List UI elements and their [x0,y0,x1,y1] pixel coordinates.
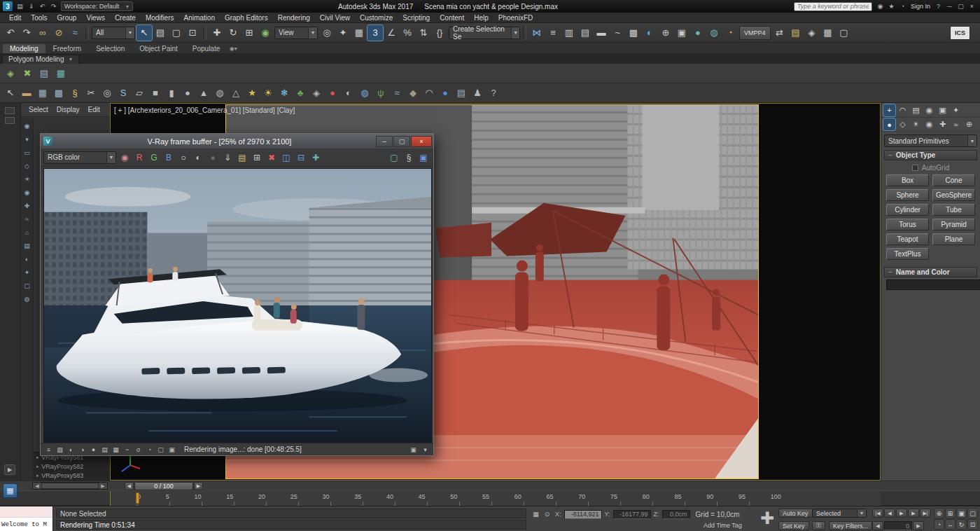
x-coordinate-field[interactable]: -8114,921 [564,510,602,519]
panel-icon[interactable]: ▤ [454,85,469,101]
object-type-button[interactable]: Pyramid [932,219,975,230]
viewport-layout-icon[interactable]: ▦ [820,25,836,41]
render-iray-icon[interactable]: ◍ [706,25,722,41]
grass-icon[interactable]: ψ [373,85,388,101]
ring-object-icon[interactable]: ◎ [99,85,115,101]
display-containers-icon[interactable]: ▢ [22,281,32,291]
explorer-find-icon[interactable]: ◉ [22,121,32,131]
object-name-field[interactable] [886,280,980,290]
mirror-icon[interactable]: ⋈ [529,25,545,41]
toolbar-help-icon[interactable]: ? [486,85,501,101]
named-selection-set-dropdown[interactable]: Create Selection Se ▼ [449,27,520,39]
next-frame-arrow[interactable]: ▶ [194,482,203,490]
star-shape-icon[interactable]: ★ [244,85,260,101]
zoom-all-icon[interactable]: ⊞ [945,508,955,518]
pan-icon[interactable]: ↔ [945,519,955,530]
current-frame-field[interactable]: 0 [884,521,912,530]
select-tool-icon[interactable]: ↖ [3,85,18,101]
3dsmax-logo-icon[interactable]: 3 [3,1,13,11]
render-production-icon[interactable]: ● [690,25,706,41]
window-object-icon[interactable]: ▦ [35,85,50,101]
display-materials-icon[interactable]: ◐ [22,254,32,264]
vfb-minimize-icon[interactable]: ─ [376,136,393,147]
isolate-selection-icon[interactable]: ▦ [531,509,541,519]
select-and-move-icon[interactable]: ✚ [209,25,225,41]
object-type-button[interactable]: GeoSphere [932,189,975,201]
vmpp4-button[interactable]: VMPP4 [739,26,771,40]
object-type-button[interactable]: Box [886,174,929,186]
go-to-start-button[interactable]: |◀ [872,509,883,518]
alpha-channel-icon[interactable]: ◐ [191,151,205,165]
next-frame-button[interactable]: ▶ [913,521,924,530]
sphere-primitive-icon[interactable]: ● [180,85,195,101]
tree-icon[interactable]: ♣ [293,85,308,101]
object-type-button[interactable]: Cylinder [886,204,929,216]
menu-item[interactable]: Animation [178,13,219,22]
object-type-button[interactable]: Plane [932,233,975,245]
menu-item[interactable]: Create [110,13,141,22]
previous-frame-button[interactable]: ◀ [872,521,883,530]
load-image-icon[interactable]: ▤ [235,151,249,165]
scrollbar-thumb[interactable] [42,483,98,488]
display-groups-icon[interactable]: ⌂ [22,228,32,237]
previous-key-button[interactable]: ◀ [884,509,895,518]
community-icon[interactable]: ◉ [875,1,886,11]
create-tab-icon[interactable]: + [883,104,895,116]
color-balance-icon[interactable]: ▦ [111,445,121,455]
vfb-expand-icon[interactable]: ▾ [420,445,430,455]
tab-freeform[interactable]: Freeform [46,44,89,53]
clear-image-icon[interactable]: ✖ [265,151,279,165]
populate-simulate-icon[interactable]: ▦ [53,66,69,81]
scene-converter-icon[interactable]: ⇄ [772,25,788,41]
vfb-titlebar[interactable]: V V-Ray frame buffer - [25% of 2970 x 21… [41,134,433,149]
zoom-icon[interactable]: ⊕ [934,508,944,518]
object-type-button[interactable]: Tube [932,204,975,216]
populate-flow-icon[interactable]: ◈ [3,66,18,81]
populate-edit-icon[interactable]: ▤ [36,66,52,81]
keyboard-shortcut-override-icon[interactable]: ▦ [351,25,367,41]
menu-item[interactable]: Content [435,13,469,22]
open-scene-explorer-button[interactable]: ▦ [3,483,18,498]
shapes-category-icon[interactable]: ◇ [897,118,909,130]
display-xrefs-icon[interactable]: ▤ [22,241,32,251]
toggle-scene-explorer-icon[interactable]: ▥ [561,25,577,41]
tab-object-paint[interactable]: Object Paint [132,44,184,53]
polygon-modeling-panel[interactable]: Polygon Modeling ▼ [2,55,79,64]
utilities-tab-icon[interactable]: ✦ [950,104,962,116]
vfb-maximize-icon[interactable]: ▢ [393,136,410,147]
timeline-ruler[interactable]: 0510152025303540455055606570758085909510… [110,491,881,506]
copy-image-icon[interactable]: ⊞ [250,151,264,165]
app-menu-icon[interactable]: ▤ [15,1,25,11]
viewport-label[interactable]: [ + ] [Archexteriors_20_006_Camera_01] [… [114,106,295,114]
add-time-tag-button[interactable]: Add Time Tag [704,522,742,529]
snaps-toggle-icon[interactable]: 3 [368,25,383,41]
menu-item[interactable]: Tools [26,13,52,22]
align-icon[interactable]: ≡ [545,25,561,41]
selection-filter-dropdown[interactable]: All ▼ [92,27,135,39]
spline-icon[interactable]: S [115,85,131,101]
percent-snap-icon[interactable]: % [400,25,415,41]
explorer-horizontal-scrollbar[interactable]: ◀ ▶ [32,482,108,490]
menu-item[interactable]: Views [81,13,110,22]
explorer-menu-item[interactable]: Display [52,106,84,113]
geosphere-primitive-icon[interactable]: ◍ [212,85,227,101]
primitive-category-dropdown[interactable]: Standard Primitives ▼ [884,135,977,147]
explorer-sort-icon[interactable]: ▾ [22,135,32,144]
menu-item[interactable]: Graph Editors [220,13,273,22]
plane-icon[interactable]: ▱ [132,85,147,101]
field-of-view-icon[interactable]: ◔ [934,519,944,530]
edit-named-selection-sets-icon[interactable]: {} [432,25,447,41]
person-icon[interactable]: ♟ [470,85,485,101]
material-editor-icon[interactable]: ◐ [642,25,657,41]
curve-editor-icon[interactable]: ~ [610,25,625,41]
vfb-render-image[interactable] [43,168,432,443]
display-shapes-icon[interactable]: ◇ [22,161,32,171]
help-icon[interactable]: ? [933,1,944,11]
key-object-icon[interactable]: § [67,85,83,101]
stamp-icon[interactable]: § [402,151,416,165]
maxscript-mini-listener[interactable]: Welcome to M [0,506,53,531]
large-plus-icon[interactable]: ✚ [757,508,777,529]
save-icon[interactable]: ⇓ [26,1,36,11]
toggle-ribbon-icon[interactable]: ▬ [594,25,609,41]
hue-saturation-icon[interactable]: ▤ [99,445,110,455]
